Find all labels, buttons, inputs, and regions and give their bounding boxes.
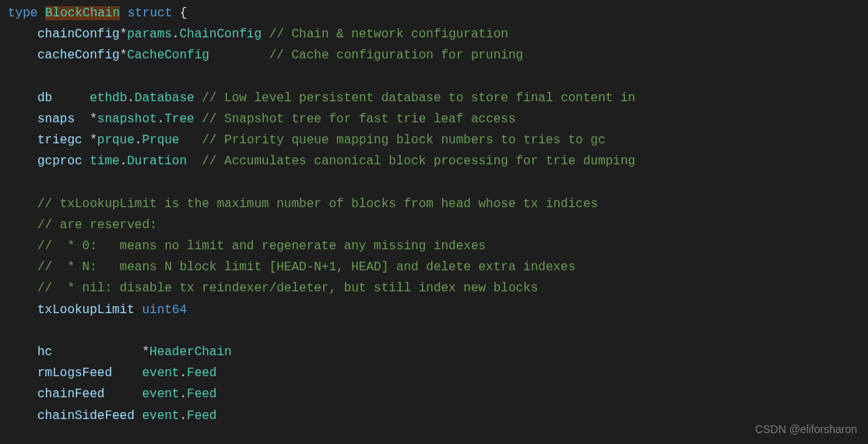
field-name: triegc <box>37 133 83 147</box>
comment: // Cache configuration for pruning <box>269 48 523 62</box>
code-line: triegc *prque.Prque // Priority queue ma… <box>8 130 860 151</box>
comment: // Priority queue mapping block numbers … <box>202 133 605 147</box>
keyword-type: type <box>8 6 37 20</box>
field-name: chainFeed <box>37 387 104 401</box>
struct-name: BlockChain <box>45 6 120 20</box>
type-package: prque <box>97 133 135 147</box>
code-line: txLookupLimit uint64 <box>8 300 860 321</box>
code-line: gcproc time.Duration // Accumulates cano… <box>8 151 860 172</box>
comment: // txLookupLimit is the maximum number o… <box>37 197 598 211</box>
type-package: snapshot <box>97 112 157 126</box>
field-name: txLookupLimit <box>37 303 135 317</box>
code-line <box>8 321 860 342</box>
type-name: CacheConfig <box>127 48 209 62</box>
code-line: // are reserved: <box>8 215 860 236</box>
code-line: // * nil: disable tx reindexer/deleter, … <box>8 278 860 299</box>
field-name: chainSideFeed <box>37 409 135 423</box>
type-prefix: * <box>135 345 149 359</box>
comment: // * nil: disable tx reindexer/deleter, … <box>37 281 538 295</box>
struct-declaration: type BlockChain struct { <box>8 3 860 24</box>
field-name: chainConfig <box>37 27 120 41</box>
comment: // Accumulates canonical block processin… <box>202 154 635 168</box>
code-line: snaps *snapshot.Tree // Snapshot tree fo… <box>8 109 860 130</box>
code-line: rmLogsFeed event.Feed <box>8 363 860 384</box>
field-name: rmLogsFeed <box>37 366 112 380</box>
type-prefix <box>135 387 142 401</box>
type-package: event <box>142 366 179 380</box>
comment: // Low level persistent database to stor… <box>202 91 635 105</box>
type-prefix: * <box>83 133 97 147</box>
type-name: HeaderChain <box>149 345 232 359</box>
type-package: event <box>142 387 179 401</box>
type-name: Tree <box>164 112 194 126</box>
type-name: Feed <box>187 409 216 423</box>
comment: // * N: means N block limit [HEAD-N+1, H… <box>37 260 575 274</box>
code-line: chainFeed event.Feed <box>8 384 860 405</box>
type-package: time <box>90 154 119 168</box>
keyword-struct: struct <box>128 6 173 20</box>
comment: // Chain & network configuration <box>269 27 508 41</box>
type-name: ChainConfig <box>179 27 262 41</box>
code-block: type BlockChain struct {chainConfig*para… <box>8 3 860 427</box>
field-name: hc <box>37 345 52 359</box>
type-prefix <box>83 91 90 105</box>
open-brace: { <box>180 6 188 20</box>
field-name: db <box>37 91 52 105</box>
comment: // Snapshot tree for fast trie leaf acce… <box>202 112 515 126</box>
type-name: Feed <box>187 366 216 380</box>
type-package: event <box>142 409 179 423</box>
field-name: snaps <box>37 112 75 126</box>
code-line: // * 0: means no limit and regenerate an… <box>8 236 860 257</box>
type-name: Duration <box>127 154 187 168</box>
code-line <box>8 173 860 194</box>
code-line: db ethdb.Database // Low level persisten… <box>8 88 860 109</box>
field-name: cacheConfig <box>37 48 120 62</box>
code-line: // txLookupLimit is the maximum number o… <box>8 194 860 215</box>
type-prefix: * <box>120 27 128 41</box>
type-name: Feed <box>187 387 216 401</box>
comment: // are reserved: <box>37 218 157 232</box>
type-name: uint64 <box>142 303 187 317</box>
type-prefix <box>135 409 142 423</box>
type-name: Prque <box>142 133 179 147</box>
watermark: CSDN @eliforsharon <box>755 421 857 439</box>
code-line: chainConfig*params.ChainConfig // Chain … <box>8 24 860 45</box>
type-prefix: * <box>120 48 128 62</box>
type-name: Database <box>135 91 195 105</box>
type-prefix: * <box>83 112 97 126</box>
code-line: cacheConfig*CacheConfig // Cache configu… <box>8 45 860 66</box>
field-name: gcproc <box>37 154 83 168</box>
code-line: chainSideFeed event.Feed <box>8 406 860 427</box>
code-line: // * N: means N block limit [HEAD-N+1, H… <box>8 257 860 278</box>
type-prefix <box>135 366 142 380</box>
code-line: hc *HeaderChain <box>8 342 860 363</box>
type-prefix <box>83 154 90 168</box>
type-prefix <box>135 303 142 317</box>
type-package: params <box>127 27 172 41</box>
type-package: ethdb <box>90 91 127 105</box>
comment: // * 0: means no limit and regenerate an… <box>37 239 486 253</box>
code-line <box>8 67 860 88</box>
